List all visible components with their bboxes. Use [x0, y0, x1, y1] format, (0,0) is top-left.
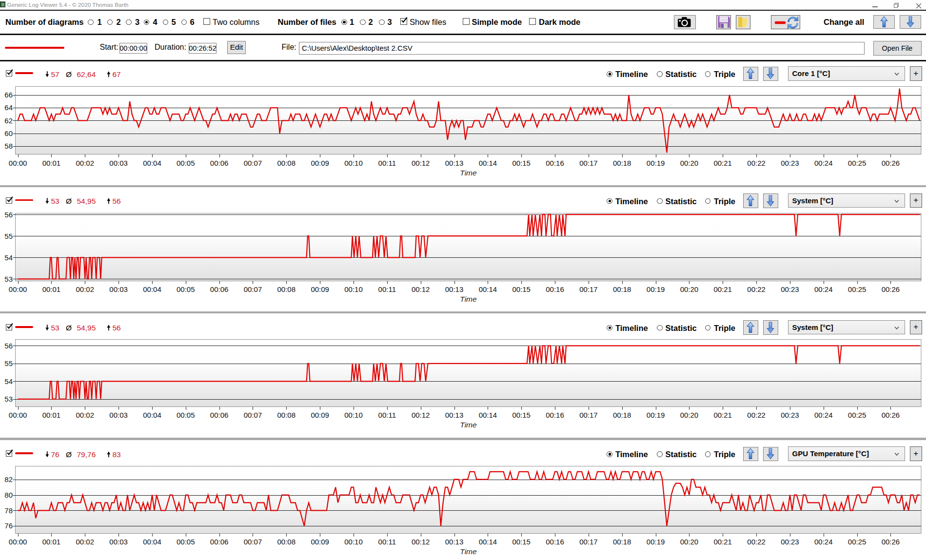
svg-text:00:21: 00:21 — [713, 411, 732, 419]
svg-text:00:12: 00:12 — [412, 411, 430, 419]
svg-text:00:26: 00:26 — [882, 411, 900, 419]
svg-text:00:22: 00:22 — [747, 159, 766, 167]
svg-text:00:01: 00:01 — [42, 159, 61, 167]
svg-text:00:23: 00:23 — [781, 159, 799, 167]
svg-text:00:07: 00:07 — [244, 411, 262, 419]
svg-text:00:20: 00:20 — [680, 159, 699, 167]
svg-text:53: 53 — [4, 275, 13, 283]
svg-text:00:07: 00:07 — [244, 159, 262, 167]
svg-text:00:05: 00:05 — [177, 538, 195, 546]
svg-text:58: 58 — [4, 142, 13, 150]
svg-text:00:18: 00:18 — [613, 159, 631, 167]
svg-text:00:11: 00:11 — [378, 538, 396, 546]
svg-text:00:24: 00:24 — [814, 538, 833, 546]
svg-text:00:24: 00:24 — [814, 411, 833, 419]
svg-text:00:00: 00:00 — [9, 411, 27, 419]
svg-text:00:04: 00:04 — [143, 285, 161, 293]
svg-text:00:26: 00:26 — [882, 159, 900, 167]
svg-text:00:21: 00:21 — [713, 285, 732, 293]
svg-text:00:07: 00:07 — [244, 285, 262, 293]
svg-text:54: 54 — [4, 253, 13, 262]
svg-text:00:15: 00:15 — [512, 285, 531, 293]
svg-text:00:25: 00:25 — [848, 285, 867, 293]
svg-text:00:10: 00:10 — [344, 285, 363, 293]
svg-text:00:14: 00:14 — [479, 285, 497, 293]
svg-text:00:14: 00:14 — [479, 538, 497, 546]
svg-text:00:25: 00:25 — [848, 411, 867, 419]
svg-text:00:18: 00:18 — [613, 411, 631, 419]
svg-text:00:03: 00:03 — [109, 538, 128, 546]
svg-text:00:16: 00:16 — [546, 411, 564, 419]
svg-text:66: 66 — [4, 91, 13, 99]
svg-text:00:24: 00:24 — [814, 285, 833, 293]
svg-text:56: 56 — [4, 342, 13, 350]
svg-text:00:00: 00:00 — [9, 159, 27, 167]
svg-text:00:18: 00:18 — [613, 538, 631, 546]
svg-text:00:10: 00:10 — [344, 411, 363, 419]
svg-text:00:21: 00:21 — [713, 159, 732, 167]
svg-text:82: 82 — [4, 475, 13, 483]
svg-text:00:11: 00:11 — [378, 159, 396, 167]
svg-text:00:06: 00:06 — [210, 159, 229, 167]
svg-text:78: 78 — [4, 506, 13, 515]
svg-text:00:06: 00:06 — [210, 285, 229, 293]
svg-text:00:02: 00:02 — [76, 411, 95, 419]
svg-text:00:00: 00:00 — [9, 285, 27, 293]
svg-text:00:02: 00:02 — [76, 285, 95, 293]
svg-text:00:08: 00:08 — [277, 411, 296, 419]
svg-text:00:03: 00:03 — [109, 411, 128, 419]
svg-text:00:07: 00:07 — [244, 538, 262, 546]
svg-text:53: 53 — [4, 395, 13, 403]
svg-text:00:20: 00:20 — [680, 538, 699, 546]
svg-text:00:22: 00:22 — [747, 285, 766, 293]
svg-text:00:22: 00:22 — [747, 538, 766, 546]
svg-text:00:15: 00:15 — [512, 159, 531, 167]
svg-text:Time: Time — [460, 421, 477, 429]
svg-text:00:01: 00:01 — [42, 285, 61, 293]
svg-text:00:06: 00:06 — [210, 411, 229, 419]
svg-text:00:04: 00:04 — [143, 411, 161, 419]
svg-text:55: 55 — [4, 232, 13, 240]
svg-text:00:14: 00:14 — [479, 411, 497, 419]
svg-text:76: 76 — [4, 521, 13, 530]
svg-text:80: 80 — [4, 491, 13, 499]
svg-text:00:12: 00:12 — [412, 285, 430, 293]
svg-text:55: 55 — [4, 359, 13, 367]
svg-text:00:10: 00:10 — [344, 538, 363, 546]
svg-text:00:24: 00:24 — [814, 159, 833, 167]
svg-text:00:16: 00:16 — [546, 538, 564, 546]
svg-text:00:13: 00:13 — [445, 538, 464, 546]
svg-text:00:15: 00:15 — [512, 538, 531, 546]
svg-text:00:08: 00:08 — [277, 285, 296, 293]
svg-text:00:04: 00:04 — [143, 159, 161, 167]
svg-text:00:04: 00:04 — [143, 538, 161, 546]
svg-text:00:16: 00:16 — [546, 159, 564, 167]
svg-text:00:25: 00:25 — [848, 538, 867, 546]
svg-text:00:20: 00:20 — [680, 411, 699, 419]
svg-text:Time: Time — [460, 547, 477, 556]
svg-text:00:01: 00:01 — [42, 411, 61, 419]
svg-text:00:16: 00:16 — [546, 285, 564, 293]
svg-text:00:19: 00:19 — [647, 411, 665, 419]
svg-text:00:12: 00:12 — [412, 159, 430, 167]
svg-text:00:21: 00:21 — [713, 538, 732, 546]
svg-text:56: 56 — [4, 211, 13, 219]
svg-text:00:05: 00:05 — [177, 285, 195, 293]
svg-text:00:12: 00:12 — [412, 538, 430, 546]
svg-text:00:17: 00:17 — [579, 411, 598, 419]
svg-text:00:13: 00:13 — [445, 285, 464, 293]
svg-text:00:13: 00:13 — [445, 159, 464, 167]
svg-text:00:26: 00:26 — [882, 538, 900, 546]
svg-text:Time: Time — [460, 169, 477, 177]
svg-text:00:05: 00:05 — [177, 159, 195, 167]
svg-text:00:19: 00:19 — [647, 285, 665, 293]
svg-text:00:02: 00:02 — [76, 538, 95, 546]
svg-text:00:08: 00:08 — [277, 159, 296, 167]
svg-text:Time: Time — [460, 295, 477, 303]
svg-text:00:26: 00:26 — [882, 285, 900, 293]
svg-text:00:23: 00:23 — [781, 411, 799, 419]
svg-text:00:19: 00:19 — [647, 538, 665, 546]
svg-text:00:11: 00:11 — [378, 285, 396, 293]
svg-text:00:23: 00:23 — [781, 285, 799, 293]
svg-text:62: 62 — [4, 116, 13, 125]
